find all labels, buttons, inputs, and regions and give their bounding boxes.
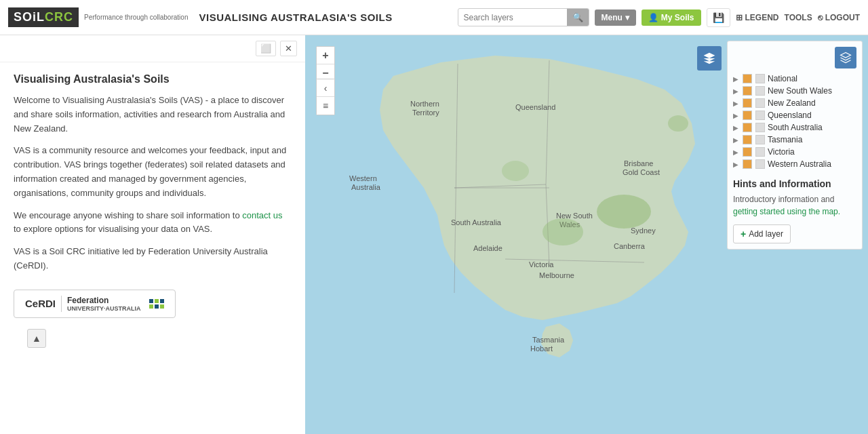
layer-item[interactable]: ▶ Western Australia <box>733 158 856 170</box>
logo-crc: CRC <box>45 10 73 24</box>
label-wa2: Australia <box>351 183 381 191</box>
federation-logo: Federation UNIVERSITY·AUSTRALIA <box>67 296 141 312</box>
panel-para1: Welcome to Visualising Australasia's Soi… <box>14 94 292 136</box>
logo-box: SOiLCRC <box>8 7 79 28</box>
layer-item[interactable]: ▶ National <box>733 73 856 85</box>
layer-expand-icon: ▶ <box>733 136 738 144</box>
legend-label: LEGEND <box>745 13 779 22</box>
vegetation-sw <box>542 218 583 245</box>
label-wa: Western <box>349 174 377 182</box>
layers-icon <box>703 52 716 65</box>
hints-link[interactable]: getting started using the map. <box>733 207 840 216</box>
layer-item[interactable]: ▶ New Zealand <box>733 97 856 109</box>
panel-title: Visualising Australasia's Soils <box>14 73 292 85</box>
layers-panel-icon[interactable] <box>835 47 856 68</box>
layer-expand-icon: ▶ <box>733 149 738 156</box>
layer-type-icon <box>755 159 765 169</box>
collapse-button[interactable]: ▲ <box>27 329 46 348</box>
panel-para2: VAS is a community resource and welcomes… <box>14 144 292 200</box>
cerdi-divider <box>61 296 62 312</box>
logout-link[interactable]: ⎋ LOGOUT <box>818 13 860 22</box>
panel-para3-prefix: We encourage anyone wishing to share soi… <box>14 210 242 220</box>
zoom-in-button[interactable]: + <box>317 47 334 64</box>
logo-footer: CeRDI Federation UNIVERSITY·AUSTRALIA <box>14 290 292 318</box>
hints-section: Hints and Information Introductory infor… <box>733 178 856 243</box>
label-brisbane: Brisbane <box>624 159 653 167</box>
panel-para4: VAS is a Soil CRC initiative led by Fede… <box>14 245 292 273</box>
layer-type-icon <box>755 147 765 157</box>
panel-para3: We encourage anyone wishing to share soi… <box>14 209 292 237</box>
fed-sq-5 <box>155 304 159 309</box>
fed-line1: Federation <box>67 296 141 305</box>
layer-color-icon <box>743 123 752 132</box>
save-button[interactable]: 💾 <box>707 8 730 27</box>
vegetation-ne <box>668 115 688 132</box>
fed-grid-icon <box>149 299 164 309</box>
label-nt: Northern <box>410 100 439 108</box>
panel-header: ⬜ ✕ <box>0 35 305 62</box>
logo-soil: SOiL <box>14 10 45 24</box>
search-button[interactable]: 🔍 <box>567 9 589 26</box>
label-adelaide: Adelaide <box>473 244 502 252</box>
fed-line2: UNIVERSITY·AUSTRALIA <box>67 305 141 312</box>
vegetation-c <box>502 161 529 181</box>
right-panel: ▶ National ▶ New South Wales ▶ New Zeala… <box>727 41 863 250</box>
layer-item[interactable]: ▶ Tasmania <box>733 134 856 146</box>
layer-item[interactable]: ▶ Queensland <box>733 109 856 121</box>
search-input[interactable] <box>458 10 567 25</box>
contact-us-link[interactable]: contact us <box>242 210 282 220</box>
layer-item[interactable]: ▶ South Australia <box>733 121 856 134</box>
map-zoom-controls: + − <box>316 46 335 83</box>
hints-text: Introductory information and getting sta… <box>733 193 856 218</box>
menu-label: Menu <box>601 13 623 22</box>
label-canberra: Canberra <box>614 242 646 250</box>
fed-sq-3 <box>160 299 164 303</box>
layer-name: New South Wales <box>768 86 832 96</box>
layer-color-icon <box>743 111 752 120</box>
nav-left-button[interactable]: ‹ <box>317 79 334 97</box>
map-nav-controls: ‹ ≡ <box>316 79 335 115</box>
layer-name: Queensland <box>768 111 812 120</box>
logout-label: LOGOUT <box>825 13 860 22</box>
layer-name: Victoria <box>768 147 795 157</box>
layer-item[interactable]: ▶ New South Wales <box>733 85 856 97</box>
add-layer-button[interactable]: + Add layer <box>733 224 791 243</box>
nav-list-button[interactable]: ≡ <box>317 97 334 115</box>
layer-color-icon <box>743 74 752 83</box>
panel-close-button[interactable]: ✕ <box>280 41 297 56</box>
label-nt2: Territory <box>412 108 439 117</box>
vegetation-se <box>597 195 651 229</box>
label-sydney: Sydney <box>631 226 656 235</box>
logo-subtitle: Performance through collaboration <box>84 13 188 22</box>
left-panel: ⬜ ✕ Visualising Australasia's Soils Welc… <box>0 35 305 434</box>
layer-expand-icon: ▶ <box>733 161 738 168</box>
layer-color-icon <box>743 98 752 108</box>
label-goldcoast: Gold Coast <box>623 168 660 176</box>
fed-sq-6 <box>160 304 164 309</box>
layer-name: Tasmania <box>768 135 802 144</box>
header: SOiLCRC Performance through collaboratio… <box>0 0 868 35</box>
label-tasmania: Tasmania <box>532 336 565 344</box>
layer-type-icon <box>755 111 765 120</box>
tools-label: TOOLS <box>785 13 812 22</box>
layer-type-icon <box>755 74 765 83</box>
layer-color-icon <box>743 86 752 96</box>
label-qld: Queensland <box>515 103 555 111</box>
mysoils-button[interactable]: 👤 My Soils <box>642 9 701 26</box>
legend-link[interactable]: ⊞ LEGEND <box>736 13 779 22</box>
layer-color-icon <box>743 147 752 157</box>
app-title: VISUALISING AUSTRALASIA'S SOILS <box>199 12 446 23</box>
label-sa: South Australia <box>451 218 502 226</box>
layer-expand-icon: ▶ <box>733 112 738 119</box>
layer-name: Western Australia <box>768 159 831 169</box>
layer-type-icon <box>755 135 765 144</box>
label-hobart: Hobart <box>530 344 553 353</box>
fed-sq-1 <box>149 299 153 303</box>
layer-expand-icon: ▶ <box>733 100 738 107</box>
panel-window-button[interactable]: ⬜ <box>256 41 276 56</box>
layer-item[interactable]: ▶ Victoria <box>733 146 856 158</box>
cerdi-text: CeRDI <box>25 298 56 309</box>
menu-button[interactable]: Menu ▾ <box>595 9 636 26</box>
map-layer-button[interactable] <box>697 46 722 71</box>
tools-link[interactable]: TOOLS <box>785 13 812 22</box>
